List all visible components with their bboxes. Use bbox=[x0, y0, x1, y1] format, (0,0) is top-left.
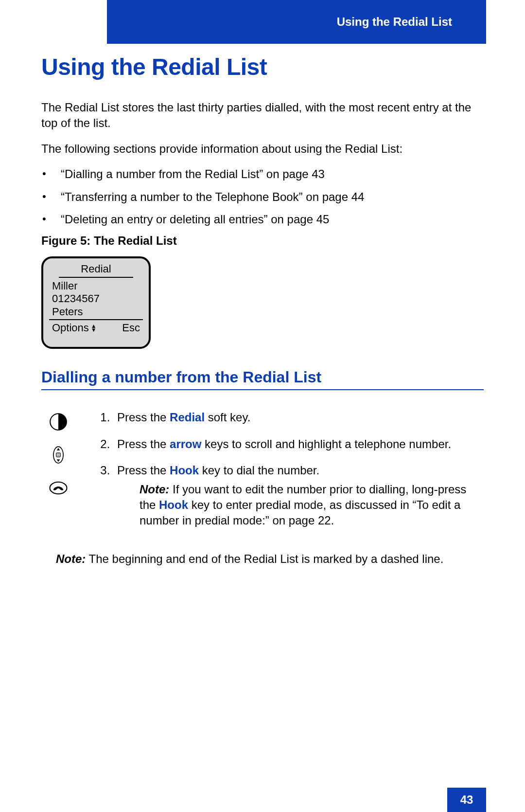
section-link: “Dialling a number from the Redial List”… bbox=[61, 166, 484, 182]
page-number: 43 bbox=[447, 788, 486, 812]
steps-block: Press the Redial soft key. Press the arr… bbox=[41, 410, 484, 539]
keyword-hook: Hook bbox=[170, 464, 199, 477]
step-item: Press the Hook key to dial the number. N… bbox=[113, 463, 484, 529]
steps-text: Press the Redial soft key. Press the arr… bbox=[95, 410, 484, 539]
svg-marker-3 bbox=[57, 460, 60, 462]
figure-caption: Figure 5: The Redial List bbox=[41, 234, 484, 248]
navigation-key-icon bbox=[48, 445, 69, 467]
inline-note: Note: If you want to edit the number pri… bbox=[140, 482, 484, 529]
step-item: Press the arrow keys to scroll and highl… bbox=[113, 436, 484, 452]
keyword-hook: Hook bbox=[159, 498, 188, 511]
note-label: Note: bbox=[140, 483, 169, 496]
note-text: The beginning and end of the Redial List… bbox=[86, 552, 443, 565]
steps-list: Press the Redial soft key. Press the arr… bbox=[95, 410, 484, 528]
section-heading: Dialling a number from the Redial List bbox=[41, 368, 484, 390]
step-text: keys to scroll and highlight a telephone… bbox=[201, 437, 451, 451]
keyword-redial: Redial bbox=[170, 411, 205, 424]
intro-paragraph-1: The Redial List stores the last thirty p… bbox=[41, 100, 484, 131]
phone-entry: 01234567 bbox=[52, 292, 143, 305]
final-note: Note: The beginning and end of the Redia… bbox=[56, 551, 484, 567]
page-title: Using the Redial List bbox=[41, 54, 484, 80]
softkey-options: Options bbox=[52, 321, 89, 335]
phone-screen-entries: Miller 01234567 Peters bbox=[49, 280, 143, 320]
section-link: “Deleting an entry or deleting all entri… bbox=[61, 212, 484, 227]
phone-screen-footer: Options ▲▼ Esc bbox=[49, 321, 143, 335]
step-icons bbox=[41, 410, 75, 539]
step-text: Press the bbox=[117, 411, 170, 424]
intro-paragraph-2: The following sections provide informati… bbox=[41, 141, 484, 157]
svg-marker-2 bbox=[57, 448, 60, 451]
phone-entry: Miller bbox=[52, 280, 143, 292]
phone-screen-title: Redial bbox=[59, 261, 133, 278]
svg-rect-4 bbox=[56, 453, 60, 457]
step-text: soft key. bbox=[205, 411, 250, 424]
section-links-list: “Dialling a number from the Redial List”… bbox=[41, 166, 484, 227]
note-label: Note: bbox=[56, 552, 86, 565]
step-text: Press the bbox=[117, 437, 170, 451]
softkey-icon bbox=[48, 412, 69, 434]
updown-arrows-icon: ▲▼ bbox=[91, 324, 97, 332]
phone-screen-figure: Redial Miller 01234567 Peters Options ▲▼… bbox=[41, 256, 151, 349]
running-title: Using the Redial List bbox=[337, 15, 452, 29]
note-text: key to enter predial mode, as discussed … bbox=[140, 498, 460, 527]
step-text: Press the bbox=[117, 464, 170, 477]
hook-key-icon bbox=[48, 478, 69, 500]
phone-entry: Peters bbox=[52, 306, 143, 318]
step-item: Press the Redial soft key. bbox=[113, 410, 484, 425]
section-link: “Transferring a number to the Telephone … bbox=[61, 189, 484, 205]
step-text: key to dial the number. bbox=[199, 464, 319, 477]
header-bar: Using the Redial List bbox=[107, 0, 486, 44]
keyword-arrow: arrow bbox=[170, 437, 201, 451]
softkey-esc: Esc bbox=[122, 321, 140, 335]
page-content: Using the Redial List The Redial List st… bbox=[41, 54, 484, 567]
